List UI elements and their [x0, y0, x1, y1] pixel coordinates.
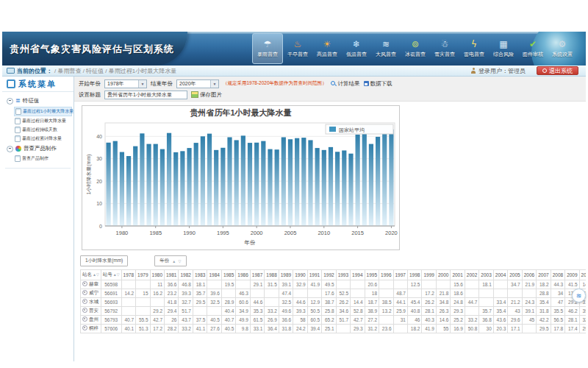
power-icon [542, 68, 547, 73]
value-cell-2003 [479, 298, 493, 307]
collapse-icon[interactable] [7, 98, 13, 105]
lightning-icon: ϟ [471, 39, 477, 50]
col-station-id[interactable]: 站号▲▽ [101, 270, 121, 280]
station-radio[interactable] [82, 281, 87, 286]
value-cell-1991: 50.5 [307, 307, 321, 316]
value-cell-2007: 31.8 [537, 307, 551, 316]
bar-1985 [153, 144, 157, 226]
chart-panel: 贵州省历年1小时最大降水量 01020304019801985199019952… [82, 105, 400, 250]
bar-2000 [254, 143, 259, 226]
start-year-select[interactable]: 1978年 [104, 79, 147, 88]
value-cell-1997 [393, 325, 407, 333]
col-year-2006: 2006 [522, 270, 536, 280]
top-menu-item-label: 暴雨普查 [257, 51, 278, 58]
table-row-2: 威宁5669114.21516.223.239.335.739.646.347.… [81, 289, 587, 298]
breadcrumb: / 暴雨普查 / 特征值 / 暴雨过程1小时最大降水量 [54, 67, 176, 75]
station-id-cell: 56792 [101, 307, 121, 316]
station-name: 普安 [89, 308, 98, 313]
sidebar-item[interactable]: 暴雨过程1小时最大降水量 [14, 107, 72, 116]
value-cell-2003: 36.8 [479, 316, 493, 325]
value-cell-2009: 17.4 [565, 325, 579, 333]
top-menu-item-7[interactable]: ☃雪灾普查 [430, 33, 459, 64]
value-cell-1996 [379, 280, 393, 289]
value-cell-1988: 36.4 [265, 325, 279, 333]
bar-1983 [140, 133, 144, 226]
y-axis-label: 1小时降水量(mm) [86, 154, 92, 194]
data-download-button[interactable]: 数据下载 [364, 80, 392, 88]
floating-widget-icon[interactable]: ≋ [572, 289, 586, 302]
value-cell-1991: 41.9 [307, 280, 321, 289]
station-radio[interactable] [82, 316, 87, 322]
sidebar-header: 系统菜单 [2, 77, 74, 92]
value-cell-1985: 40.4 [221, 307, 235, 316]
top-menu-item-1[interactable]: ☂暴雨普查 [252, 33, 283, 64]
station-radio[interactable] [82, 299, 87, 304]
station-table-wrap: 站名▲▽站号▲▽19781979198019811982198319841985… [80, 269, 586, 333]
top-menu-item-label: 大风普查 [376, 51, 396, 58]
value-cell-1989: 47.4 [279, 289, 293, 298]
value-cell-2000: 34.8 [436, 298, 450, 307]
sidebar-item[interactable]: 暴雨过程累计降水量 [14, 135, 72, 143]
top-menu-item-4[interactable]: ❄低温普查 [342, 33, 371, 64]
bar-2010 [321, 150, 326, 226]
sidebar-item[interactable]: 暴雨过程日最大降水量 [14, 117, 72, 125]
value-cell-2001: 15.6 [451, 280, 465, 289]
sidebar-item[interactable]: 暴雨过程持续天数 [14, 126, 72, 134]
range-note: （规定采用1978-2020年数据作为普查时间范围） [223, 80, 327, 87]
top-menu-item-10[interactable]: ✔图件审核 [518, 33, 548, 64]
high-temp-icon: ☀ [323, 39, 331, 50]
station-radio[interactable] [82, 325, 87, 330]
precipitation-bar-chart: 0102030401980198519901995200020052010201… [85, 118, 398, 250]
app-header: 贵州省气象灾害风险评估与区划系统 ☂暴雨普查♨干旱普查☀高温普查❄低温普查≋大风… [2, 32, 586, 66]
top-menu-item-9[interactable]: ▦综合风险 [489, 33, 518, 64]
top-menu-item-3[interactable]: ☀高温普查 [312, 33, 342, 64]
bar-1993 [207, 134, 211, 226]
value-cell-1979: 55.5 [136, 316, 150, 325]
bar-1987 [166, 133, 171, 226]
bar-2002 [268, 149, 272, 226]
station-id-cell: 56793 [101, 316, 121, 325]
value-cell-1993 [336, 325, 350, 333]
value-cell-2007: 29.5 [537, 325, 551, 333]
bar-1998 [240, 135, 245, 226]
col-station-name[interactable]: 站名▲▽ [81, 270, 101, 280]
calc-result-label: 计算结果 [338, 80, 360, 88]
end-year-select[interactable]: 2020年 [176, 79, 219, 88]
value-cell-2004: 33.4 [493, 298, 507, 307]
value-cell-1992: 17.6 [322, 289, 336, 298]
value-cell-2009: 41.5 [565, 280, 579, 289]
sidebar-group-2[interactable]: 普查产品制作 [3, 144, 73, 154]
value-cell-1989: 36.6 [279, 316, 293, 325]
save-image-label: 保存图片 [200, 91, 222, 99]
top-menu-item-8[interactable]: ϟ雷电普查 [459, 33, 489, 64]
drought-icon: ♨ [294, 39, 302, 50]
top-menu-item-6[interactable]: ⊚冰雹普查 [401, 33, 430, 64]
chart-title-input[interactable] [104, 91, 187, 99]
value-cell-1988 [265, 298, 279, 307]
measure-filter-box[interactable]: 1小时降水量(mm) [80, 255, 128, 266]
collapse-icon[interactable] [7, 146, 13, 152]
station-radio[interactable] [82, 290, 87, 295]
logout-button[interactable]: 退出系统 [537, 66, 578, 75]
calc-result-button[interactable]: 计算结果 [331, 80, 360, 88]
value-cell-1991 [307, 289, 321, 298]
sidebar-group-label: 普查产品制作 [24, 145, 57, 152]
col-year-1999: 1999 [422, 270, 436, 280]
value-cell-1995: 27.2 [365, 316, 379, 325]
sidebar-item[interactable]: 普查产品制作 [14, 155, 72, 163]
sidebar-item-label: 普查产品制作 [22, 155, 49, 162]
value-cell-1999: 28.1 [422, 307, 436, 316]
value-cell-1981: 36.6 [165, 280, 179, 289]
table-filter-row: 1小时降水量(mm) 年份 ▲ ▽ [80, 255, 586, 266]
top-menu-item-2[interactable]: ♨干旱普查 [283, 33, 312, 64]
value-cell-2005 [508, 289, 522, 298]
save-image-button[interactable]: 保存图片 [191, 91, 222, 99]
year-sort-box[interactable]: 年份 ▲ ▽ [154, 255, 187, 266]
bar-1992 [200, 136, 204, 226]
value-cell-1991: 12.9 [307, 298, 321, 307]
station-radio[interactable] [82, 308, 87, 313]
value-cell-2005: 21.2 [508, 298, 522, 307]
top-menu-item-5[interactable]: ≋大风普查 [371, 33, 401, 64]
sidebar-group-1[interactable]: ≣特征值 [3, 96, 73, 106]
top-menu-item-11[interactable]: ⚙系统设置 [548, 33, 577, 64]
